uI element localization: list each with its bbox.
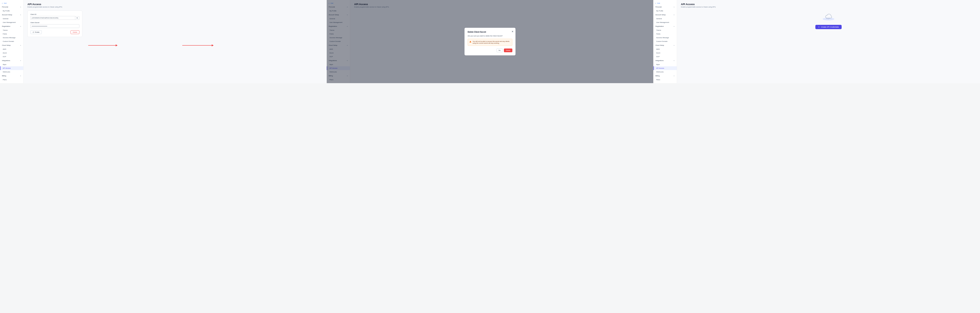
nav-gcp[interactable]: GCP [0, 55, 23, 58]
nav-my-profile[interactable]: My Profile [654, 9, 677, 13]
exit-label: Exit [657, 2, 660, 4]
no-button[interactable]: No [496, 49, 503, 52]
section-integrations[interactable]: Integrations [654, 58, 677, 63]
nav-my-profile[interactable]: My Profile [0, 9, 23, 13]
cloud-illustration [822, 11, 835, 21]
plus-icon [818, 26, 820, 28]
section-integrations[interactable]: Integrations [0, 58, 23, 63]
nav-theme[interactable]: Theme [0, 28, 23, 32]
section-account-setup[interactable]: Account Setup [0, 13, 23, 17]
svg-rect-4 [77, 17, 78, 18]
nav-custom-domain[interactable]: Custom Domain [654, 40, 677, 43]
chevron-up-icon [673, 44, 675, 46]
modal-overlay[interactable]: Delete Client Secret Are you sure you wa… [327, 0, 653, 83]
nav-custom-domain[interactable]: Custom Domain [0, 40, 23, 43]
nav-fields[interactable]: Fields [0, 32, 23, 36]
rotate-button[interactable]: Rotate [30, 30, 42, 34]
nav-aws[interactable]: AWS [0, 47, 23, 51]
section-account-setup[interactable]: Account Setup [654, 13, 677, 17]
copy-client-id-button[interactable] [75, 16, 80, 20]
chevron-up-icon [20, 14, 21, 16]
section-billing[interactable]: Billing [654, 74, 677, 78]
page-subtitle: Enable programmatic access to Clazar usi… [681, 6, 976, 8]
rotate-icon [33, 32, 34, 33]
chevron-up-icon [673, 75, 675, 77]
chevron-up-icon [673, 14, 675, 16]
nav-general[interactable]: General [0, 17, 23, 21]
chevron-left-icon [655, 3, 657, 4]
chevron-up-icon [20, 25, 21, 27]
nav-user-management[interactable]: User Management [654, 21, 677, 24]
section-registration[interactable]: Registration [0, 24, 23, 28]
warning-icon [469, 41, 471, 43]
panel-modal: ExitPersonalMy ProfileAccount SetupGener… [327, 0, 654, 83]
nav-apps[interactable]: Apps [0, 63, 23, 66]
main-content: API Access Enable programmatic access to… [24, 0, 326, 83]
exit-label: Exit [4, 2, 6, 4]
nav-theme[interactable]: Theme [654, 28, 677, 32]
close-icon [512, 30, 514, 32]
chevron-up-icon [673, 6, 675, 8]
section-registration[interactable]: Registration [654, 24, 677, 28]
confirm-delete-button[interactable]: Delete [504, 49, 512, 52]
modal-question: Are you sure you want to delete the Clie… [468, 35, 512, 37]
credentials-card: Client ID pXEWAlkf2UCNeDnaRbhZrJ0eJlvUUE… [27, 11, 82, 37]
settings-sidebar: ExitPersonalMy ProfileAccount SetupGener… [0, 0, 24, 83]
nav-success-message[interactable]: Success Message [0, 36, 23, 40]
chevron-up-icon [673, 60, 675, 62]
section-personal[interactable]: Personal [654, 5, 677, 9]
exit-link[interactable]: Exit [0, 2, 23, 5]
panel-after: ExitPersonalMy ProfileAccount SetupGener… [654, 0, 980, 83]
section-cloud-setup[interactable]: Cloud Setup [0, 43, 23, 47]
main-content: API Access Enable programmatic access to… [677, 0, 980, 83]
client-id-label: Client ID [30, 14, 80, 15]
nav-plans[interactable]: Plans [654, 78, 677, 82]
nav-general[interactable]: General [654, 17, 677, 21]
client-secret-field[interactable]: •••••••••••••••••••••••••••••• [30, 24, 80, 28]
nav-webhooks[interactable]: Webhooks [0, 70, 23, 74]
section-billing[interactable]: Billing [0, 74, 23, 78]
nav-aws[interactable]: AWS [654, 47, 677, 51]
create-credentials-button[interactable]: Create API Credentials [815, 25, 842, 29]
client-secret-label: Client Secret [30, 22, 80, 24]
client-id-field[interactable]: pXEWAlkf2UCNeDnaRbhZrJ0eJlvUUEkj [30, 16, 75, 20]
nav-success-message[interactable]: Success Message [654, 36, 677, 40]
nav-webhooks[interactable]: Webhooks [654, 70, 677, 74]
exit-link[interactable]: Exit [654, 2, 677, 5]
section-personal[interactable]: Personal [0, 5, 23, 9]
copy-icon [76, 17, 78, 19]
panel-before: ExitPersonalMy ProfileAccount SetupGener… [0, 0, 327, 83]
delete-button[interactable]: Delete [70, 30, 80, 34]
modal-title: Delete Client Secret [468, 31, 512, 33]
nav-azure[interactable]: Azure [0, 51, 23, 55]
nav-user-management[interactable]: User Management [0, 21, 23, 24]
chevron-up-icon [20, 60, 21, 62]
nav-plans[interactable]: Plans [0, 78, 23, 82]
warning-alert: You will not be able to recover this sec… [468, 39, 512, 46]
chevron-up-icon [20, 6, 21, 8]
chevron-left-icon [2, 3, 3, 4]
close-button[interactable] [512, 30, 514, 33]
section-cloud-setup[interactable]: Cloud Setup [654, 43, 677, 47]
chevron-up-icon [20, 44, 21, 46]
nav-api-access[interactable]: API Access [654, 66, 677, 70]
page-subtitle: Enable programmatic access to Clazar usi… [27, 6, 323, 8]
settings-sidebar: ExitPersonalMy ProfileAccount SetupGener… [654, 0, 677, 83]
empty-state: Create API Credentials [681, 11, 976, 29]
nav-api-access[interactable]: API Access [0, 66, 23, 70]
page-title: API Access [27, 3, 323, 6]
page-title: API Access [681, 3, 976, 6]
delete-secret-modal: Delete Client Secret Are you sure you wa… [465, 28, 515, 55]
chevron-up-icon [20, 75, 21, 77]
nav-apps[interactable]: Apps [654, 63, 677, 66]
chevron-up-icon [673, 25, 675, 27]
nav-gcp[interactable]: GCP [654, 55, 677, 58]
nav-fields[interactable]: Fields [654, 32, 677, 36]
nav-azure[interactable]: Azure [654, 51, 677, 55]
